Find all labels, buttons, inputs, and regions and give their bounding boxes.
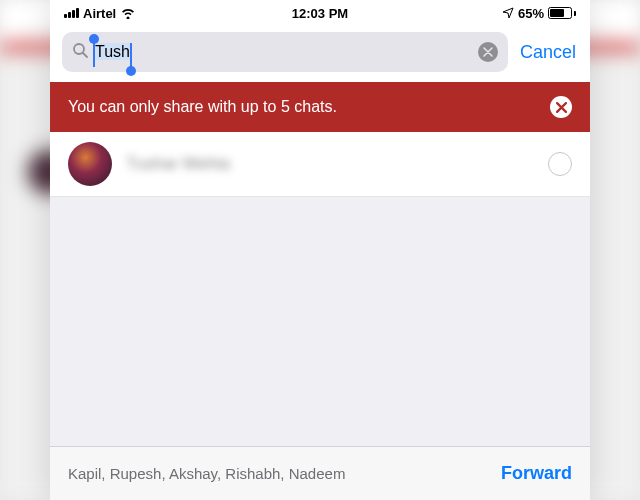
svg-line-1 [83, 53, 87, 57]
footer-bar: Kapil, Rupesh, Akshay, Rishabh, Nadeem F… [50, 446, 590, 500]
alert-close-button[interactable] [550, 96, 572, 118]
location-icon [502, 7, 514, 19]
wifi-icon [120, 7, 136, 19]
alert-banner: You can only share with up to 5 chats. [50, 82, 590, 132]
search-box[interactable]: Tush [62, 32, 508, 72]
search-icon [72, 42, 88, 62]
battery-icon [548, 7, 576, 19]
contact-name: Tushar Mehta [126, 154, 548, 174]
selection-handle-end[interactable] [130, 43, 132, 67]
clock: 12:03 PM [292, 6, 348, 21]
empty-area [50, 197, 590, 446]
forward-button[interactable]: Forward [501, 463, 572, 484]
status-bar: Airtel 12:03 PM 65% [50, 0, 590, 26]
search-input[interactable]: Tush [94, 43, 131, 61]
contact-row[interactable]: Tushar Mehta [50, 132, 590, 197]
selection-handle-start[interactable] [93, 43, 95, 67]
search-row: Tush Cancel [50, 26, 590, 82]
carrier-label: Airtel [83, 6, 116, 21]
avatar [68, 142, 112, 186]
battery-percent: 65% [518, 6, 544, 21]
share-sheet: Airtel 12:03 PM 65% Tush [50, 0, 590, 500]
alert-message: You can only share with up to 5 chats. [68, 98, 337, 116]
cancel-button[interactable]: Cancel [518, 38, 578, 67]
clear-icon[interactable] [478, 42, 498, 62]
recipients-list: Kapil, Rupesh, Akshay, Rishabh, Nadeem [68, 465, 345, 482]
signal-icon [64, 8, 79, 18]
select-radio[interactable] [548, 152, 572, 176]
